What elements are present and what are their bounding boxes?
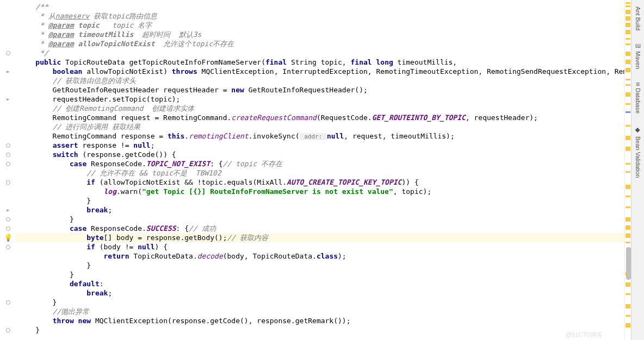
fold-icon[interactable] [0, 48, 16, 58]
editor-container: ▶ ▶ ▶ 💡 /** * 从nameserv 获取topic路由信息 [0, 0, 644, 340]
sidebar-tab-maven[interactable]: mMaven [633, 37, 643, 75]
bulb-icon[interactable]: 💡 [0, 233, 16, 242]
expand-icon[interactable]: ▶ [0, 95, 16, 104]
sidebar-tab-database[interactable]: ≡Database [633, 75, 643, 120]
sidebar-tab-ant[interactable]: Ant Build [634, 0, 642, 37]
scrollbar-thumb[interactable] [626, 247, 631, 280]
fold-icon[interactable] [0, 150, 16, 159]
fold-icon[interactable] [0, 215, 16, 224]
fold-icon[interactable] [0, 325, 16, 335]
fold-icon[interactable] [0, 159, 16, 168]
fold-icon[interactable] [0, 298, 16, 307]
expand-icon[interactable]: ▶ [0, 67, 16, 76]
fold-icon[interactable] [0, 141, 16, 150]
error-stripe[interactable] [624, 0, 631, 340]
bean-icon: ◆ [634, 127, 642, 134]
maven-icon: m [635, 42, 641, 50]
sidebar-tab-bean-validation[interactable]: ◆Bean Validation [633, 120, 643, 184]
right-tool-sidebar: Ant Build mMaven ≡Database ◆Bean Validat… [631, 0, 644, 340]
code-text: /** [18, 3, 48, 11]
fold-icon[interactable] [0, 178, 16, 187]
database-icon: ≡ [636, 80, 640, 88]
fold-icon[interactable] [0, 242, 16, 251]
expand-icon[interactable]: ▶ [0, 205, 16, 215]
fold-icon[interactable] [0, 224, 16, 233]
watermark: @51CTO博客 [566, 331, 603, 339]
gutter: ▶ ▶ ▶ 💡 [0, 0, 16, 340]
code-editor[interactable]: /** * 从nameserv 获取topic路由信息 * @param top… [16, 0, 624, 340]
